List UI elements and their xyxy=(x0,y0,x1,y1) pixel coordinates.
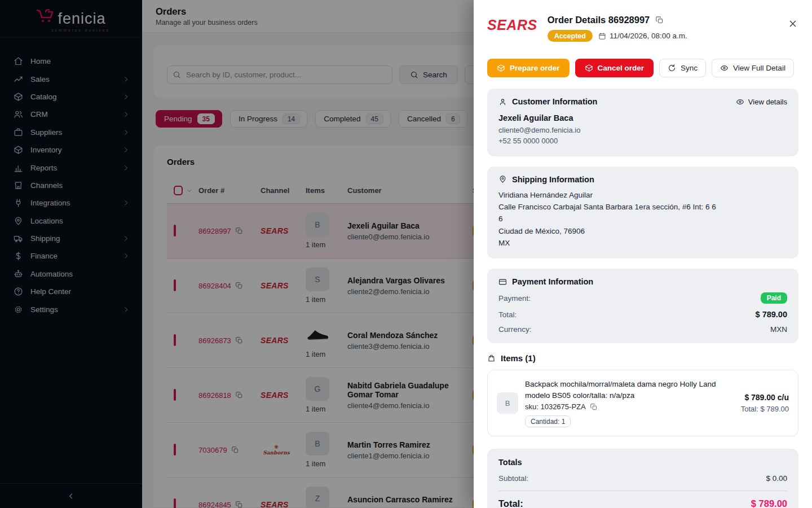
payment-info-title: Payment Information xyxy=(512,277,787,286)
eye-icon xyxy=(736,98,744,106)
payment-information-card: Payment Information Payment: Paid Total:… xyxy=(487,269,798,343)
total-label: Total: xyxy=(498,498,523,508)
item-name: Backpack mochila/morral/maleta dama negr… xyxy=(525,379,734,401)
totals-card: Totals Subtotal: $ 0.00 Total: $ 789.00 … xyxy=(487,449,798,508)
calendar-icon xyxy=(598,32,606,40)
shipping-name: Viridiana Hernández Aguilar xyxy=(498,189,787,201)
payment-currency-value: MXN xyxy=(770,325,787,334)
item-thumbnail: B xyxy=(497,392,518,414)
person-icon xyxy=(498,98,507,106)
subtotal-value: $ 0.00 xyxy=(766,474,787,483)
item-total: Total: $ 789.00 xyxy=(741,405,789,413)
totals-title: Totals xyxy=(498,458,787,467)
package-icon xyxy=(497,64,505,72)
divider xyxy=(498,491,787,491)
close-icon[interactable] xyxy=(788,19,797,28)
drawer-actions: Prepare order Cancel order Sync View Ful… xyxy=(474,49,812,89)
shipping-address-line: 6 xyxy=(498,213,787,225)
drawer-title: Order Details 86928997 xyxy=(548,15,650,25)
payment-total-label: Total: xyxy=(498,310,517,319)
customer-information-card: Customer Information View details Jexeli… xyxy=(487,89,798,156)
shopping-bag-icon xyxy=(487,354,496,362)
prepare-order-button[interactable]: Prepare order xyxy=(487,59,570,77)
customer-email: cliente0@demo.fenicia.io xyxy=(498,125,787,136)
order-date: 11/04/2026, 08:00 a.m. xyxy=(598,32,687,40)
eye-icon xyxy=(720,64,729,72)
item-quantity-chip: Cantidad: 1 xyxy=(525,415,571,427)
subtotal-label: Subtotal: xyxy=(498,474,528,483)
view-details-link[interactable]: View details xyxy=(736,98,787,106)
shipping-information-card: Shipping Information Viridiana Hernández… xyxy=(487,167,798,259)
refresh-icon xyxy=(668,64,676,72)
map-pin-icon xyxy=(498,175,507,183)
item-unit-price: $ 789.00 c/u xyxy=(741,393,789,402)
total-value: $ 789.00 xyxy=(751,498,787,508)
copy-icon[interactable] xyxy=(655,16,664,24)
view-full-detail-button[interactable]: View Full Detail xyxy=(712,59,794,77)
order-status-badge: Accepted xyxy=(548,30,593,42)
payment-label: Payment: xyxy=(498,294,531,303)
payment-total-value: $ 789.00 xyxy=(756,310,787,319)
shipping-city: Ciudad de México, 76906 xyxy=(498,225,787,237)
credit-card-icon xyxy=(498,278,507,286)
payment-currency-label: Currency: xyxy=(498,325,532,334)
items-title: Items (1) xyxy=(501,353,536,363)
order-item-card: B Backpack mochila/morral/maleta dama ne… xyxy=(487,370,798,436)
channel-logo-sears: SEARS xyxy=(487,17,537,33)
items-section-header: Items (1) xyxy=(487,353,798,363)
cancel-order-button[interactable]: Cancel order xyxy=(575,59,654,77)
customer-info-title: Customer Information xyxy=(512,97,731,106)
shipping-address-line: Calle Francisco Carbajal Santa Barbara 1… xyxy=(498,201,787,213)
order-details-drawer: SEARS Order Details 86928997 Accepted 11… xyxy=(474,0,812,508)
drawer-header: SEARS Order Details 86928997 Accepted 11… xyxy=(474,0,812,49)
shipping-info-title: Shipping Information xyxy=(512,175,787,184)
copy-icon[interactable] xyxy=(590,403,598,411)
sync-button[interactable]: Sync xyxy=(659,59,706,77)
package-icon xyxy=(585,64,593,72)
customer-phone: +52 55 0000 0000 xyxy=(498,136,787,147)
shipping-country: MX xyxy=(498,237,787,249)
item-sku: sku: 1032675-PZA xyxy=(525,402,586,411)
paid-badge: Paid xyxy=(761,292,787,304)
customer-name: Jexeli Aguilar Baca xyxy=(498,113,787,122)
